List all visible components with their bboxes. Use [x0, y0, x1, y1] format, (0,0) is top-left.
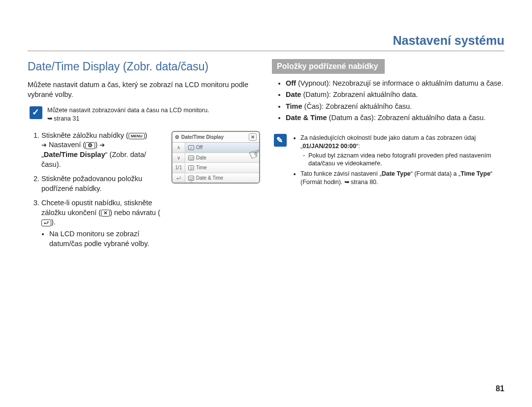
lcd-screenshot: ⚙ Date/Time Display ✕ ∧ ∨ 1/1 ⮐: [171, 131, 260, 250]
lcd-row-date: 12Date: [185, 153, 259, 163]
page-header-title: Nastavení systému: [28, 33, 504, 51]
page-ref-icon: [47, 115, 54, 122]
right-column: Položky podřízené nabídky Off (Vypnout):…: [272, 59, 504, 253]
lcd-back-icon: ⮐: [172, 173, 185, 183]
option-date-time: Date & Time (Datum a čas): Zobrazení akt…: [286, 113, 504, 123]
clock-small-icon: ⏲: [188, 165, 194, 170]
steps-list: Stiskněte záložku nabídky (MENU) ➔ Nasta…: [28, 131, 161, 249]
section-title: Date/Time Display (Zobr. data/času): [28, 59, 260, 74]
page-number: 81: [496, 384, 504, 393]
check-icon: [30, 106, 42, 119]
datetime-small-icon: 12⏲: [188, 176, 194, 181]
close-pill-icon: [101, 210, 110, 217]
option-list: Off (Vypnout): Nezobrazují se informace …: [272, 79, 504, 123]
note2-subline: Pokud byl záznam videa nebo fotografií p…: [308, 152, 504, 168]
submenu-heading: Položky podřízené nabídky: [272, 59, 385, 74]
note-box-1: Můžete nastavit zobrazování data a času …: [28, 106, 260, 123]
step-3-bullet: Na LCD monitoru se zobrazí datum/čas pod…: [49, 229, 161, 249]
date-time-display-bold: Date/Time Display: [44, 151, 105, 158]
option-off: Off (Vypnout): Nezobrazují se informace …: [286, 79, 504, 89]
lcd-row-time: ⏲Time: [185, 163, 259, 173]
check-small-icon: ✓: [188, 145, 194, 150]
gear-pill-icon: [85, 142, 95, 149]
step-2: Stiskněte požadovanou položku podřízené …: [41, 174, 161, 193]
lcd-row-datetime: 12⏲Date & Time: [185, 173, 259, 183]
page-ref-icon: [344, 179, 351, 186]
intro-paragraph: Můžete nastavit datum a čas, který se zo…: [28, 80, 260, 99]
lcd-down-icon: ∨: [172, 153, 185, 163]
note2-line1: Za následujících okolností bude jako dat…: [300, 134, 504, 168]
pencil-icon: [274, 134, 287, 147]
arrow-icon: ➔: [100, 141, 105, 149]
note-box-2: Za následujících okolností bude jako dat…: [272, 134, 504, 188]
lcd-page-indicator: 1/1: [172, 163, 185, 173]
lcd-up-icon: ∧: [172, 143, 185, 153]
note1-pageref: strana 31: [54, 115, 79, 122]
step-3: Chcete-li opustit nabídku, stiskněte zál…: [41, 198, 161, 249]
step-1: Stiskněte záložku nabídky (MENU) ➔ Nasta…: [41, 131, 161, 169]
lcd-close-icon: ✕: [249, 133, 257, 141]
arrow-icon: ➔: [41, 141, 47, 149]
menu-pill-icon: MENU: [129, 133, 145, 139]
gear-icon: ⚙: [175, 134, 179, 141]
lcd-title: Date/Time Display: [181, 134, 224, 141]
left-column: Date/Time Display (Zobr. data/času) Může…: [28, 59, 260, 253]
option-time: Time (Čas): Zobrazení aktuálního času.: [286, 102, 504, 112]
note1-line1: Můžete nastavit zobrazování data a času …: [47, 107, 209, 114]
return-pill-icon: [41, 219, 51, 226]
note2-line2: Tato funkce závisí nastavení „Date Type“…: [300, 170, 504, 187]
option-date: Date (Datum): Zobrazení aktuálního data.: [286, 90, 504, 100]
date-small-icon: 12: [188, 156, 194, 160]
